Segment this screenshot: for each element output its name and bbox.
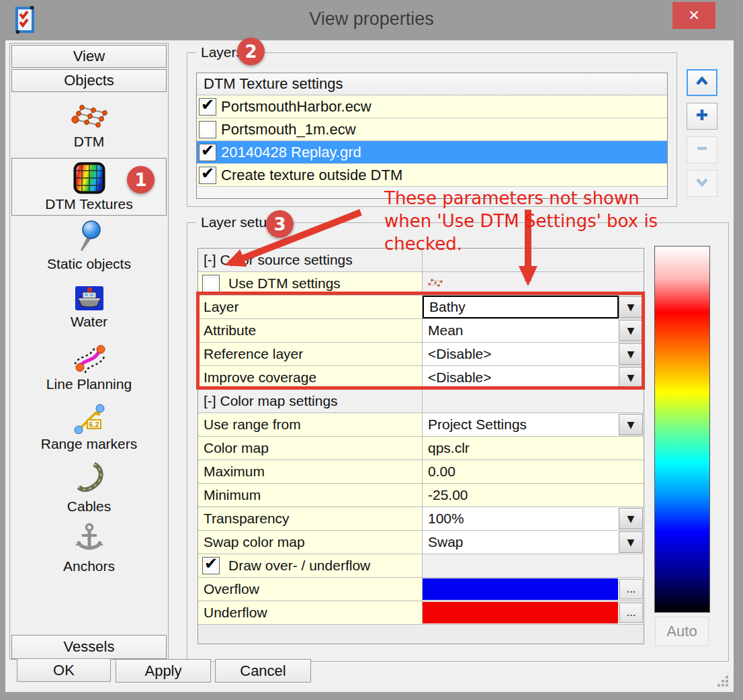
property-label: Color map <box>198 437 423 460</box>
property-label: Use DTM settings <box>228 275 341 292</box>
category-row-color-source-settings: [-] Color source settings <box>198 249 644 272</box>
property-label: Reference layer <box>198 343 423 365</box>
chevron-down-icon[interactable]: ▼ <box>619 508 643 529</box>
improve-coverage-dropdown[interactable]: <Disable> ▼ <box>423 366 644 389</box>
layers-group: Layers DTM Texture settings ✔ Portsmouth… <box>187 52 677 207</box>
move-up-button[interactable] <box>687 69 717 96</box>
use-range-from-dropdown[interactable]: Project Settings ▼ <box>423 413 644 436</box>
property-row-underflow: Underflow ... <box>198 601 644 625</box>
move-down-button[interactable] <box>687 170 717 197</box>
property-label: Attribute <box>198 319 423 342</box>
property-label: Overflow <box>198 578 423 601</box>
dropdown-value: Project Settings <box>428 417 527 433</box>
dtm-mini-icon <box>428 275 443 292</box>
window-title: View properties <box>0 9 743 30</box>
add-button[interactable] <box>687 103 717 130</box>
sidebar-item-static-objects[interactable]: Static objects <box>11 216 167 276</box>
property-row-transparency: Transparency 100% ▼ <box>198 507 644 531</box>
tab-view[interactable]: View <box>11 45 167 68</box>
transparency-dropdown[interactable]: 100% ▼ <box>423 507 644 530</box>
sidebar-item-dtm[interactable]: DTM <box>11 93 167 158</box>
layer-checkbox[interactable] <box>199 121 216 138</box>
chevron-down-icon[interactable]: ▼ <box>619 367 643 388</box>
dtm-icon <box>71 102 107 132</box>
property-label: Transparency <box>198 507 423 530</box>
sidebar-item-cables[interactable]: Cables <box>11 457 167 518</box>
sidebar-item-label: DTM Textures <box>45 196 132 212</box>
chevron-down-icon[interactable]: ▼ <box>619 343 643 365</box>
layer-row[interactable]: Portsmouth_1m.ecw <box>197 118 667 141</box>
property-label: Use range from <box>198 413 423 436</box>
property-label: Draw over- / underflow <box>228 558 370 574</box>
layer-checkbox[interactable]: ✔ <box>199 144 216 161</box>
layer-label: 20140428 Replay.grd <box>221 144 361 161</box>
apply-button[interactable]: Apply <box>116 659 211 683</box>
auto-button[interactable]: Auto <box>655 617 709 646</box>
dropdown-value: <Disable> <box>428 346 492 362</box>
draw-over-underflow-checkbox[interactable]: ✔ <box>202 557 220 574</box>
chevron-down-icon[interactable]: ▼ <box>619 414 643 435</box>
close-button[interactable]: ✕ <box>672 2 715 29</box>
property-row-swap-color-map: Swap color map Swap ▼ <box>198 531 644 554</box>
layer-checkbox[interactable]: ✔ <box>199 98 216 116</box>
category-row-color-map-settings: [-] Color map settings <box>198 390 644 413</box>
layer-dropdown[interactable]: Bathy ▼ <box>423 296 644 318</box>
color-map-value[interactable]: qps.clr <box>423 437 644 460</box>
cables-icon <box>75 462 103 496</box>
dropdown-value: Swap <box>428 534 464 550</box>
layer-checkbox[interactable]: ✔ <box>199 167 216 184</box>
overflow-color-swatch[interactable] <box>423 578 618 600</box>
maximum-value[interactable]: 0.00 <box>423 460 644 483</box>
sidebar-item-label: Static objects <box>47 256 131 272</box>
tab-vessels[interactable]: Vessels <box>11 635 167 659</box>
title-bar[interactable]: View properties ✕ <box>0 0 743 40</box>
check-row-draw-over-underflow: ✔ Draw over- / underflow <box>198 554 644 578</box>
sidebar-item-range-markers[interactable]: 6.2 Range markers <box>11 397 167 457</box>
sidebar-item-water[interactable]: Water <box>11 276 167 337</box>
chevron-down-icon[interactable]: ▼ <box>619 296 643 318</box>
underflow-color-swatch[interactable] <box>423 602 618 623</box>
cancel-button[interactable]: Cancel <box>215 659 311 683</box>
chevron-down-icon[interactable]: ▼ <box>619 531 643 553</box>
property-label: Underflow <box>198 601 423 624</box>
sidebar-item-line-planning[interactable]: Line Planning <box>11 337 167 397</box>
attribute-dropdown[interactable]: Mean ▼ <box>423 319 644 342</box>
layers-list[interactable]: DTM Texture settings ✔ PortsmouthHarbor.… <box>196 73 668 199</box>
layer-label: Portsmouth_1m.ecw <box>221 121 356 138</box>
swap-color-map-dropdown[interactable]: Swap ▼ <box>423 531 644 554</box>
tab-objects[interactable]: Objects <box>11 69 167 92</box>
dropdown-value: Bathy <box>429 299 466 315</box>
sidebar-item-label: Water <box>71 314 107 330</box>
property-row-color-map: Color map qps.clr <box>198 437 644 460</box>
layers-list-buttons <box>687 69 717 204</box>
layer-label: PortsmouthHarbor.ecw <box>221 98 372 116</box>
property-label: Maximum <box>198 460 423 483</box>
reference-layer-dropdown[interactable]: <Disable> ▼ <box>423 343 644 365</box>
property-row-overflow: Overflow ... <box>198 578 644 601</box>
category-label: [-] Color map settings <box>198 390 423 412</box>
property-row-maximum: Maximum 0.00 <box>198 460 644 484</box>
overflow-picker-button[interactable]: ... <box>619 579 643 599</box>
property-label: Minimum <box>198 484 423 507</box>
layer-row[interactable]: ✔ 20140428 Replay.grd <box>197 141 667 164</box>
minimum-value[interactable]: -25.00 <box>423 484 644 507</box>
property-row-improve-coverage: Improve coverage <Disable> ▼ <box>198 366 644 390</box>
layer-row[interactable]: ✔ PortsmouthHarbor.ecw <box>197 95 667 118</box>
range-markers-icon: 6.2 <box>72 403 107 434</box>
chevron-down-icon[interactable]: ▼ <box>619 320 643 341</box>
layer-setup-group: Layer setup [-] Color source settings Us… <box>187 222 729 662</box>
property-label: Swap color map <box>198 531 423 554</box>
layer-row[interactable]: ✔ Create texture outside DTM <box>197 164 667 187</box>
resize-grip-icon[interactable] <box>716 674 731 692</box>
sidebar-item-label: Line Planning <box>46 376 132 392</box>
svg-text:6.2: 6.2 <box>89 420 99 428</box>
sidebar-item-anchors[interactable]: Anchors <box>11 518 167 578</box>
remove-button[interactable] <box>687 136 717 163</box>
ok-button[interactable]: OK <box>17 658 111 682</box>
use-dtm-settings-checkbox[interactable] <box>202 275 220 292</box>
minus-icon <box>695 142 709 158</box>
dropdown-value: <Disable> <box>428 369 492 386</box>
underflow-picker-button[interactable]: ... <box>619 603 643 623</box>
annotation-badge-1: 1 <box>127 166 155 193</box>
anchors-icon <box>75 523 104 556</box>
